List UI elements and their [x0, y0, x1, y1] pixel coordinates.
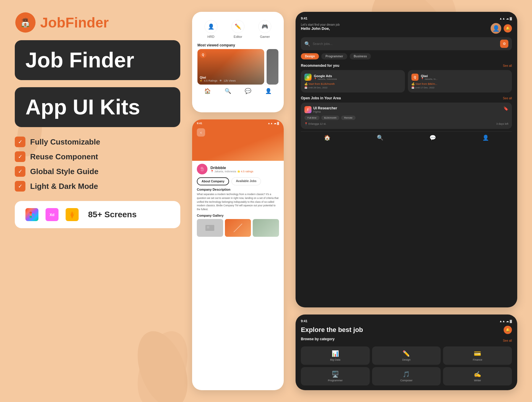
browse-item-finance[interactable]: 💳 Finance [443, 346, 512, 365]
gamer-icon: 🎮 [258, 20, 271, 33]
profile-dark-nav-icon[interactable]: 👤 [482, 134, 489, 141]
cat-editor-label: Editor [234, 35, 242, 38]
recommended-see-all[interactable]: See all [503, 64, 512, 67]
job-google-location: 📍 Jakarta, Indonesia [314, 78, 337, 80]
job-card-qiwi[interactable]: Q Qiwi 📍 Jakarta, In... 💰 Start from $8k… [408, 70, 512, 93]
search-bar[interactable]: 🔍 Search jobs... ⚙ [301, 37, 512, 50]
xd-icon: Xd [46, 208, 59, 221]
explore-notif-icon[interactable]: 🔔 [504, 326, 512, 334]
chat-nav-icon[interactable]: 💬 [245, 88, 251, 94]
gallery-row [197, 219, 279, 237]
figma-company-info: F UI Researcher Figma [304, 106, 337, 113]
job-qiwi-location: 📍 Jakarta, In... [421, 78, 437, 80]
cat-editor[interactable]: ✏️ Editor [231, 20, 244, 38]
search-dark-nav-icon[interactable]: 🔍 [377, 134, 383, 141]
composer-label: Composer [400, 379, 413, 382]
tag-remote: Remote [341, 116, 355, 120]
dark-status-bar: 9:41 ▲▲ ☁ ▓ [301, 17, 512, 20]
writer-label: Writer [474, 379, 481, 382]
job-google-info: Google Ads 📍 Jakarta, Indonesia [314, 74, 337, 80]
filter-button[interactable]: ⚙ [500, 40, 508, 48]
search-nav-icon[interactable]: 🔍 [225, 88, 231, 94]
dribbble-logo-icon [197, 164, 207, 174]
check-icon-1: ✓ [15, 137, 25, 147]
cat-pill-business[interactable]: Business [350, 53, 371, 59]
search-input[interactable]: Search jobs... [313, 42, 498, 46]
browse-grid: 📊 Big Data ✏️ Design 💳 Finance 🖥️ Progra… [301, 346, 512, 385]
orange-phone-screen: 9:41 ▲▲ ☁ ▓ ‹ Dribbble 📍 Jaka [192, 119, 284, 390]
explore-status-bar: 9:41 ▲▲ ☁ ▓ [301, 319, 512, 323]
browse-item-bigdata[interactable]: 📊 Big Data [301, 346, 370, 365]
open-jobs-see-all[interactable]: See all [503, 97, 512, 100]
sketch-icon [66, 208, 79, 221]
featured-job-card[interactable]: F UI Researcher Figma 🔖 Full-time $12k/m… [301, 103, 512, 129]
job-qiwi-deadline: 📅 Until 17 Dec. 2022 [411, 86, 508, 89]
features-list: ✓ Fully Customizable ✓ Reuse Component ✓… [15, 137, 180, 192]
job-card-google-header: G Google Ads 📍 Jakarta, Indonesia [304, 74, 401, 81]
cat-pill-programmer[interactable]: Programmer [321, 53, 347, 59]
explore-header: Explore the best job 🔔 [301, 326, 512, 334]
feature-item-4: ✓ Light & Dark Mode [15, 181, 180, 192]
status-bar-orange: 9:41 ▲▲ ☁ ▓ [192, 122, 284, 125]
cat-gamer-label: Gamer [260, 35, 270, 38]
tab-available-jobs[interactable]: Available Jobs [231, 177, 261, 185]
company-card-main[interactable]: Q Qiwi ★ 4.5 Ratings 👁 12k Views [197, 49, 264, 85]
job-qiwi-name: Qiwi [421, 74, 437, 78]
dark-time: 9:41 [301, 17, 307, 20]
svg-rect-8 [30, 212, 32, 214]
greeting-text: Let's start find your dream job Hello Jo… [301, 23, 340, 31]
notification-bell-icon[interactable]: 🔔 [504, 24, 512, 33]
browse-item-writer[interactable]: ✍️ Writer [443, 367, 512, 385]
open-jobs-title: Open Jobs in Your Area [301, 96, 341, 100]
job-google-salary: 💰 Start from $12k/month [304, 82, 401, 85]
svg-point-12 [32, 213, 34, 216]
browse-item-design[interactable]: ✏️ Design [372, 346, 441, 365]
browse-see-all[interactable]: See all [503, 339, 512, 342]
job-card-qiwi-header: Q Qiwi 📍 Jakarta, In... [411, 74, 508, 81]
dark-status-icons: ▲▲ ☁ ▓ [499, 17, 512, 20]
svg-rect-9 [30, 214, 32, 216]
finance-label: Finance [473, 358, 482, 361]
svg-rect-10 [30, 216, 32, 218]
category-pills: Design Programmer Business [301, 53, 512, 59]
job-qiwi-salary: 💰 Start from $8k/m... [411, 82, 508, 85]
figma-job-info: UI Researcher Figma [313, 106, 337, 113]
cat-hrd[interactable]: 👤 HRD [205, 20, 218, 38]
company-qiwi-name: Qiwi [200, 76, 262, 79]
svg-rect-17 [205, 225, 214, 231]
greeting-row: Let's start find your dream job Hello Jo… [301, 23, 512, 34]
chat-dark-nav-icon[interactable]: 💬 [429, 134, 436, 141]
svg-rect-11 [32, 212, 34, 214]
greeting-name: Hello John Doe, [301, 26, 340, 31]
programmer-icon: 🖥️ [332, 371, 339, 378]
feature-item-2: ✓ Reuse Component [15, 151, 180, 162]
bottom-nav-dark: 🏠 🔍 💬 👤 [301, 131, 512, 141]
company-profile-rating: ⭐ 4.5 ratings [237, 170, 254, 173]
phone-nav-bar: 🏠 🔍 💬 👤 [197, 85, 278, 97]
back-button[interactable]: ‹ [197, 128, 205, 137]
home-dark-nav-icon[interactable]: 🏠 [324, 134, 330, 141]
browse-item-programmer[interactable]: 🖥️ Programmer [301, 367, 370, 385]
profile-nav-icon[interactable]: 👤 [265, 88, 272, 94]
cat-gamer[interactable]: 🎮 Gamer [258, 20, 271, 38]
explore-title: Explore the best job [301, 326, 363, 334]
job-card-google[interactable]: G Google Ads 📍 Jakarta, Indonesia 💰 Star… [301, 70, 405, 93]
company-rating-row: ★ 4.5 Ratings 👁 12k Views [200, 79, 262, 82]
home-nav-icon[interactable]: 🏠 [204, 88, 211, 94]
featured-job-header: F UI Researcher Figma 🔖 [304, 106, 508, 113]
check-icon-3: ✓ [15, 166, 25, 177]
cat-pill-design[interactable]: Design [301, 53, 319, 59]
signal-icons-orange: ▲▲ ☁ ▓ [268, 122, 279, 125]
bookmark-icon[interactable]: 🔖 [503, 106, 508, 111]
browse-item-composer[interactable]: 🎵 Composer [372, 367, 441, 385]
company-profile-location: 📍 Jakarta, Indonesia ⭐ 4.5 ratings [210, 170, 279, 173]
tab-about-company[interactable]: About Company [197, 177, 229, 185]
featured-job-days-left: 3 days left [496, 122, 508, 125]
open-jobs-section: Open Jobs in Your Area See all F UI Rese… [301, 96, 512, 129]
company-gallery-section: Company Gallery [192, 214, 284, 237]
browse-title: Browse by category [301, 337, 335, 341]
explore-phone-screen: 9:41 ▲▲ ☁ ▓ Explore the best job 🔔 Brows… [296, 315, 517, 390]
company-profile-row: Dribbble 📍 Jakarta, Indonesia ⭐ 4.5 rati… [192, 161, 284, 177]
tag-salary: $12k/month [321, 116, 340, 120]
job-qiwi-info: Qiwi 📍 Jakarta, In... [421, 74, 437, 80]
